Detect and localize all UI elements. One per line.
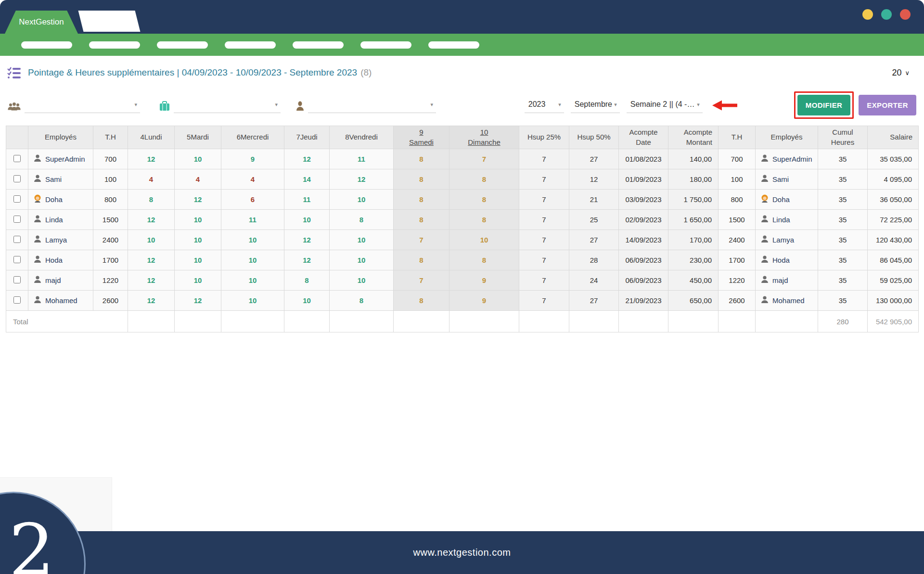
th2-cell: 100 [719, 169, 756, 190]
step-number: 2 [9, 509, 54, 574]
table-row: Mohamed26001212101088972721/09/2023650,0… [6, 291, 919, 311]
acompte-date-cell: 14/09/2023 [619, 230, 668, 250]
header-day-lundi: 4Lundi [128, 126, 175, 149]
day-value-cell: 10 [175, 270, 221, 291]
male-avatar-icon [760, 295, 769, 306]
cumul-cell: 35 [818, 270, 868, 291]
day-value-cell: 7 [394, 270, 449, 291]
year-select[interactable]: 2023▾ [525, 98, 564, 113]
hsup50-cell: 27 [569, 230, 619, 250]
employee-cell: Linda [28, 210, 93, 230]
footer-bar: www.nextgestion.com [0, 531, 924, 574]
row-checkbox[interactable] [13, 236, 21, 243]
employee-name: Linda [45, 216, 63, 224]
day-value-cell: 10 [284, 291, 330, 311]
acompte-date-cell: 06/09/2023 [619, 250, 668, 270]
day-value-cell: 12 [330, 169, 394, 190]
nav-pill[interactable] [157, 41, 208, 49]
employee-name: Linda [772, 216, 790, 224]
inactive-browser-tab[interactable] [78, 11, 141, 32]
th2-cell: 700 [719, 149, 756, 169]
page-size-select[interactable]: 20 ∨ [892, 68, 910, 78]
header-day-vendredi: 8Vendredi [330, 126, 394, 149]
chevron-down-icon: ∨ [905, 69, 910, 77]
row-checkbox[interactable] [13, 155, 21, 162]
nav-pill[interactable] [293, 41, 344, 49]
row-checkbox[interactable] [13, 175, 21, 182]
week-select[interactable]: Semaine 2 || (4 -…▾ [620, 98, 703, 113]
nav-pill[interactable] [225, 41, 276, 49]
caret-down-icon: ▾ [275, 102, 278, 108]
day-value-cell: 8 [128, 190, 175, 210]
day-value-cell: 9 [449, 291, 519, 311]
table-header-row: EmployésT.H4Lundi5Mardi6Mercredi7Jeudi8V… [6, 126, 919, 149]
hsup25-cell: 7 [519, 149, 569, 169]
nav-pill[interactable] [360, 41, 411, 49]
close-button[interactable] [900, 9, 911, 20]
day-value-cell: 12 [175, 190, 221, 210]
person-icon [296, 101, 304, 111]
header-day-dimanche[interactable]: 10Dimanche [449, 126, 519, 149]
minimize-button[interactable] [862, 9, 873, 20]
person-filter-select[interactable]: ▾ [296, 98, 436, 113]
employee-name: Mohamed [772, 296, 805, 305]
acompte-montant-cell: 1 750,00 [668, 190, 719, 210]
day-value-cell: 7 [449, 149, 519, 169]
male-avatar-icon [33, 154, 42, 164]
row-checkbox[interactable] [13, 216, 21, 223]
hsup50-cell: 24 [569, 270, 619, 291]
exporter-button[interactable]: EXPORTER [859, 95, 916, 115]
acompte-montant-cell: 450,00 [668, 270, 719, 291]
acompte-date-cell: 01/08/2023 [619, 149, 668, 169]
acompte-date-cell: 01/09/2023 [619, 169, 668, 190]
checkbox-cell [6, 149, 28, 169]
header-hsup25: Hsup 25% [519, 126, 569, 149]
day-value-cell: 11 [330, 149, 394, 169]
day-value-cell: 10 [330, 190, 394, 210]
page-header: Pointage & Heures supplémentaires | 04/0… [0, 56, 924, 85]
employee-cell: Lamya [756, 230, 818, 250]
acompte-date-cell: 03/09/2023 [619, 190, 668, 210]
female-avatar-icon [760, 194, 769, 204]
maximize-button[interactable] [881, 9, 892, 20]
day-value-cell: 10 [221, 270, 284, 291]
employee-cell: SuperAdmin [28, 149, 93, 169]
company-filter-select[interactable]: ▾ [159, 98, 281, 113]
day-value-cell: 8 [394, 291, 449, 311]
male-avatar-icon [33, 295, 42, 306]
day-value-cell: 12 [128, 210, 175, 230]
checkbox-cell [6, 190, 28, 210]
row-checkbox[interactable] [13, 296, 21, 304]
acompte-montant-cell: 180,00 [668, 169, 719, 190]
total-cumul: 280 [818, 311, 868, 332]
header-employes2: Employés [756, 126, 818, 149]
employees-filter-select[interactable]: ▾ [8, 98, 140, 113]
nav-pill[interactable] [21, 41, 72, 49]
modifier-button[interactable]: MODIFIER [797, 95, 851, 115]
day-value-cell: 8 [394, 169, 449, 190]
active-browser-tab[interactable]: NextGestion [5, 11, 78, 34]
caret-down-icon: ▾ [134, 102, 137, 108]
nav-pill[interactable] [89, 41, 140, 49]
nav-pill[interactable] [428, 41, 479, 49]
record-count: (8) [360, 67, 372, 78]
salaire-cell: 72 225,00 [868, 210, 919, 230]
salaire-cell: 35 035,00 [868, 149, 919, 169]
employee-cell: Doha [28, 190, 93, 210]
day-value-cell: 10 [175, 149, 221, 169]
day-value-cell: 4 [128, 169, 175, 190]
acompte-montant-cell: 140,00 [668, 149, 719, 169]
row-checkbox[interactable] [13, 276, 21, 283]
day-value-cell: 10 [449, 230, 519, 250]
employee-cell: Doha [756, 190, 818, 210]
row-checkbox[interactable] [13, 195, 21, 203]
acompte-date-cell: 21/09/2023 [619, 291, 668, 311]
hsup50-cell: 27 [569, 291, 619, 311]
header-day-samedi[interactable]: 9Samedi [394, 126, 449, 149]
row-checkbox[interactable] [13, 256, 21, 263]
employee-name: Lamya [772, 236, 794, 244]
male-avatar-icon [760, 154, 769, 164]
month-select[interactable]: Septembre▾ [564, 98, 620, 113]
male-avatar-icon [760, 255, 769, 265]
employee-name: Sami [45, 175, 62, 183]
